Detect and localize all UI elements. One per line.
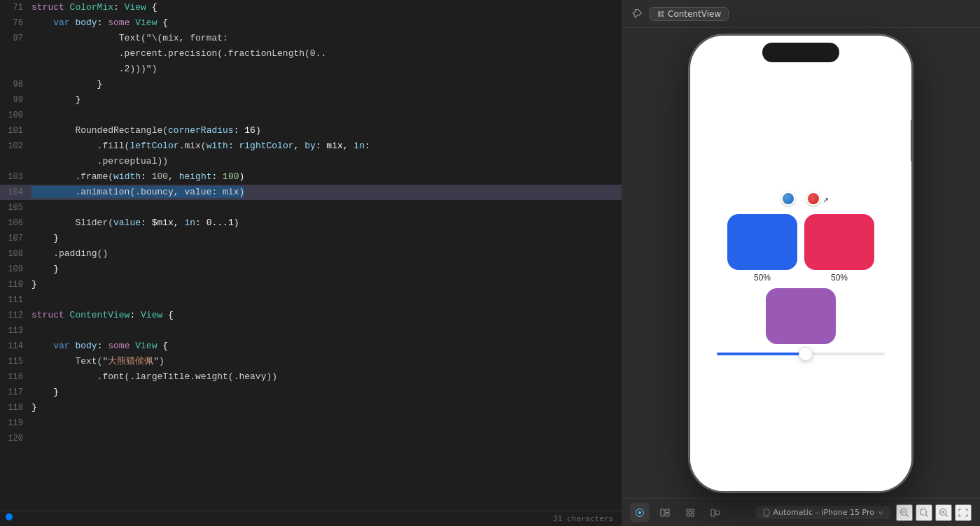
content-view-badge[interactable]: ContentView (650, 7, 729, 21)
code-line: 76 var body: some View { (0, 15, 622, 31)
code-line: 101 RoundedRectangle(cornerRadius: 16) (0, 123, 622, 138)
code-line: 113 (0, 323, 622, 339)
code-line: 120 (0, 431, 622, 446)
svg-rect-2 (662, 14, 664, 17)
slider-track (717, 353, 885, 355)
code-line: 103 .frame(width: 100, height: 100) (0, 169, 622, 185)
code-line: 106 Slider(value: $mix, in: 0...1) (0, 215, 622, 231)
inspect-icon (660, 509, 670, 517)
view-icon (657, 10, 664, 17)
code-line-highlighted: 104 .animation(.bouncy, value: mix) (0, 185, 622, 200)
status-bar: 31 characters (0, 511, 622, 526)
svg-rect-15 (765, 515, 767, 516)
code-line: 119 (0, 415, 622, 431)
svg-rect-0 (658, 11, 661, 17)
svg-rect-8 (687, 509, 690, 512)
zoom-reset-button[interactable] (916, 504, 932, 521)
red-pct-label: 50% (831, 273, 848, 283)
grid-button[interactable] (680, 503, 700, 523)
device-selector[interactable]: Automatic – iPhone 15 Pro (756, 506, 890, 519)
iphone-screen: ↗ 50% 50% (690, 36, 911, 491)
code-line: 71 struct ColorMix: View { (0, 0, 622, 15)
code-line: .percent.precision(.fractionLength(0.. (0, 46, 622, 62)
preview-header: ContentView (622, 0, 980, 28)
zoom-in-button[interactable] (935, 504, 952, 521)
blue-pct-label: 50% (754, 273, 771, 283)
settings-button[interactable] (706, 503, 725, 523)
iphone-notch (762, 43, 839, 62)
svg-rect-9 (691, 509, 694, 512)
iphone-icon (763, 509, 770, 517)
settings-icon (710, 509, 720, 517)
code-line: 114 var body: some View { (0, 339, 622, 354)
code-line: 115 Text("大熊猫侯佩") (0, 354, 622, 369)
color-boxes-row: 50% 50% (727, 214, 874, 283)
activity-indicator (6, 513, 13, 520)
code-line: 107 } (0, 231, 622, 246)
red-color-dot (806, 192, 820, 206)
svg-rect-10 (687, 513, 690, 516)
preview-toolbar: Automatic – iPhone 15 Pro (622, 498, 980, 526)
code-editor: 71 struct ColorMix: View { 76 var body: … (0, 0, 622, 526)
content-view-label: ContentView (668, 9, 721, 19)
mixed-color-box (766, 288, 836, 344)
mixer-dots: ↗ (781, 192, 820, 206)
code-line: 108 .padding() (0, 246, 622, 262)
svg-point-13 (715, 511, 720, 515)
code-line: 98 } (0, 77, 622, 92)
chevron-down-icon (878, 511, 883, 515)
code-lines: 71 struct ColorMix: View { 76 var body: … (0, 0, 622, 511)
code-line: 111 (0, 292, 622, 308)
inspect-button[interactable] (655, 503, 675, 523)
blue-color-dot (781, 192, 795, 206)
play-icon (636, 509, 644, 517)
code-line: 117 } (0, 385, 622, 400)
preview-canvas: ↗ 50% 50% (622, 28, 980, 498)
grid-icon (686, 509, 694, 517)
iphone-frame: ↗ 50% 50% (689, 34, 913, 492)
code-line: 102 .fill(leftColor.mix(with: rightColor… (0, 138, 622, 154)
cursor-arrow: ↗ (822, 196, 829, 205)
device-label: Automatic – iPhone 15 Pro (774, 508, 874, 517)
zoom-reset-icon (919, 508, 929, 518)
svg-rect-5 (661, 509, 664, 516)
play-button[interactable] (630, 503, 650, 523)
fit-button[interactable] (955, 504, 972, 521)
svg-point-19 (920, 509, 927, 515)
character-count-label: 31 characters (553, 514, 613, 523)
blue-box-container: 50% (727, 214, 797, 283)
app-content: ↗ 50% 50% (717, 192, 885, 355)
code-line: 110 } (0, 277, 622, 292)
svg-rect-12 (711, 509, 715, 516)
fit-icon (958, 508, 968, 518)
red-color-box (804, 214, 874, 270)
iphone-side-button (911, 120, 913, 162)
code-line: 100 (0, 108, 622, 123)
pin-icon[interactable] (630, 7, 644, 21)
code-line: 105 (0, 200, 622, 215)
red-box-container: 50% (804, 214, 874, 283)
svg-point-4 (638, 511, 641, 514)
zoom-out-icon (899, 508, 909, 518)
zoom-in-icon (939, 508, 948, 518)
zoom-out-button[interactable] (896, 504, 913, 521)
code-line: 116 .font(.largeTitle.weight(.heavy)) (0, 369, 622, 385)
blue-color-box (727, 214, 797, 270)
svg-rect-6 (666, 509, 669, 513)
svg-line-18 (906, 514, 909, 516)
code-line: 97 Text("\(mix, format: (0, 31, 622, 46)
svg-rect-7 (666, 513, 669, 516)
svg-line-24 (946, 514, 948, 516)
code-line: 112 struct ContentView: View { (0, 308, 622, 323)
code-line: .2)))") (0, 62, 622, 77)
preview-panel: ContentView ↗ (622, 0, 980, 526)
code-line: 109 } (0, 262, 622, 277)
code-line: .perceptual)) (0, 154, 622, 169)
dot-container: ↗ (806, 192, 820, 206)
code-line: 118 } (0, 400, 622, 415)
svg-rect-1 (662, 11, 664, 14)
slider-thumb (799, 347, 813, 361)
slider-container[interactable] (717, 353, 885, 355)
code-line: 99 } (0, 92, 622, 108)
zoom-controls (896, 504, 972, 521)
